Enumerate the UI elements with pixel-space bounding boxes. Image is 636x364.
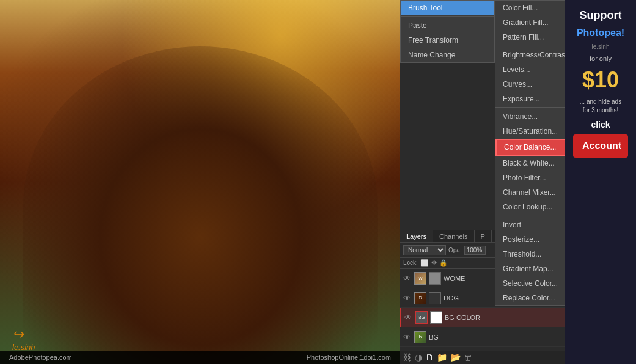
submenu-gradient-map[interactable]: Gradient Map... [495,261,565,276]
ad-price-text: for only [590,55,612,62]
watermark: ↪ le.sinh [12,327,35,352]
submenu-exposure[interactable]: Exposure... [495,92,565,106]
tab-channels[interactable]: Channels [433,230,474,242]
layers-bottom-bar: ⛓ ◑ 🗋 📁 📂 🗑 [400,351,565,364]
layer-visibility-bg[interactable]: 👁 [403,333,412,341]
layer-row-bg[interactable]: 👁 b BG [400,327,565,347]
ad-title: Support [580,9,622,23]
tab-layers[interactable]: Layers [400,230,433,242]
submenu-hue-saturation[interactable]: Hue/Saturation... [495,124,565,139]
folder-icon[interactable]: 📁 [437,352,447,362]
layer-mask-bg-color [430,311,442,324]
opacity-label: Opa: [448,247,462,253]
submenu-color-fill[interactable]: Color Fill... [495,1,565,15]
layer-thumb-bg-color: BG [415,311,428,324]
lock-all-icon[interactable]: 🔒 [439,259,448,267]
delete-layer-icon[interactable]: 🗑 [464,352,472,362]
photopea-panel: Brush Tool Paste Free Transform Name Cha… [400,0,565,364]
layer-row-bg-color[interactable]: 👁 BG BG COLOR [400,308,565,327]
dog-image [23,46,378,364]
adjustment-submenu[interactable]: Color Fill... Gradient Fill... Pattern F… [495,0,565,306]
layer-thumb-wome: W [414,272,426,285]
ad-brand: Photopea! [577,27,624,38]
submenu-color-lookup[interactable]: Color Lookup... [495,200,565,214]
adjustment-layer-icon[interactable]: ◑ [415,352,422,362]
submenu-gradient-fill[interactable]: Gradient Fill... [495,15,565,30]
layer-mask-wome [429,272,441,285]
blend-mode-select[interactable]: Normal [403,245,446,255]
bottom-bar-left: AdobePhotopea.com [9,354,72,361]
submenu-color-balance[interactable]: Color Balance... [495,139,565,156]
ad-price: $10 [582,67,619,93]
context-menus: Brush Tool Paste Free Transform Name Cha… [400,0,565,364]
submenu-sep-3 [495,216,565,216]
menu-item-free-transform[interactable]: Free Transform [401,33,494,48]
menu-separator-1 [401,16,494,17]
bottom-bar: AdobePhotopea.com PhotoshopOnline.1doi1.… [0,351,400,364]
add-folder-icon[interactable]: 📂 [450,352,461,362]
submenu-black-white[interactable]: Black & White... [495,156,565,170]
watermark-logo: ↪ [12,327,35,343]
ad-panel: Support Photopea! le.sinh for only $10 .… [565,0,636,364]
submenu-sep-1 [495,46,565,46]
bottom-bar-right: PhotoshopOnline.1doi1.com [307,354,391,361]
layer-name-bg-color: BG COLOR [445,314,562,321]
opacity-input[interactable] [464,246,486,255]
submenu-levels[interactable]: Levels... [495,62,565,77]
photo-canvas: ↪ le.sinh AdobePhotopea.com PhotoshopOnl… [0,0,400,364]
new-layer-icon[interactable]: 🗋 [425,352,434,362]
layer-visibility-wome[interactable]: 👁 [403,274,412,283]
submenu-photo-filter[interactable]: Photo Filter... [495,170,565,185]
layer-name-bg: BG [429,333,562,341]
menu-item-paste[interactable]: Paste [401,18,494,33]
menu-item-name-change[interactable]: Name Change [401,48,494,62]
submenu-replace-color[interactable]: Replace Color... [495,291,565,305]
tab-paths[interactable]: P [475,230,492,242]
ad-watermark: le.sinh [592,43,610,50]
lock-label: Lock: [403,260,418,266]
layers-bottom-icons: ⛓ ◑ 🗋 📁 📂 🗑 [403,352,472,362]
left-context-menu[interactable]: Brush Tool Paste Free Transform Name Cha… [400,0,495,63]
link-icon[interactable]: ⛓ [403,352,412,362]
layer-thumb-dog: D [414,292,426,304]
lock-pixels-icon[interactable]: ⬜ [420,259,429,267]
submenu-channel-mixer[interactable]: Channel Mixer... [495,185,565,200]
submenu-threshold[interactable]: Threshold... [495,247,565,261]
layer-mask-dog [429,292,441,304]
submenu-selective-color[interactable]: Selective Color... [495,276,565,291]
submenu-sep-2 [495,107,565,108]
submenu-posterize[interactable]: Posterize... [495,232,565,247]
submenu-vibrance[interactable]: Vibrance... [495,109,565,124]
account-button[interactable]: Account [573,134,628,158]
ad-description: ... and hide adsfor 3 months! [580,98,621,115]
submenu-brightness-contrast[interactable]: Brightness/Contrast... [495,48,565,62]
lock-position-icon[interactable]: ✥ [431,259,437,267]
submenu-curves[interactable]: Curves... [495,77,565,92]
ad-click-label: click [591,120,610,129]
layer-visibility-dog[interactable]: 👁 [403,294,412,302]
submenu-invert[interactable]: Invert [495,217,565,232]
submenu-pattern-fill[interactable]: Pattern Fill... [495,30,565,45]
layer-thumb-bg: b [414,331,426,343]
menu-item-brush-tool[interactable]: Brush Tool [401,1,494,15]
layer-visibility-bg-color[interactable]: 👁 [404,313,413,322]
